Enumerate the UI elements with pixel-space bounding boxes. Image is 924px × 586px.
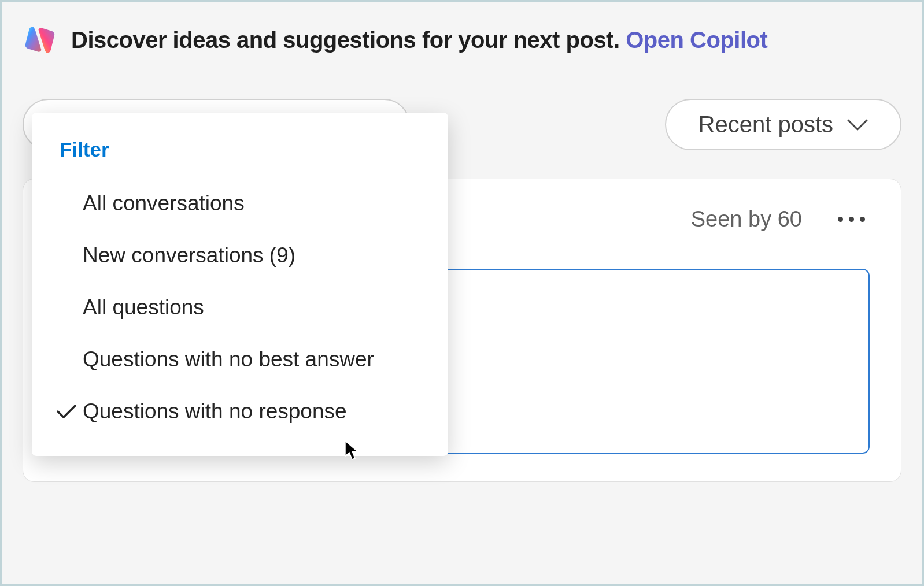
check-slot — [50, 403, 83, 420]
filter-option-no-best-answer[interactable]: Questions with no best answer — [32, 333, 448, 385]
copilot-banner: Discover ideas and suggestions for your … — [2, 2, 922, 64]
filter-option-all-conversations[interactable]: All conversations — [32, 177, 448, 229]
dropdown-header: Filter — [32, 133, 448, 177]
more-options-button[interactable] — [833, 212, 870, 227]
feed-toolbar: Questions with no response Recent posts … — [2, 64, 922, 150]
filter-option-new-conversations[interactable]: New conversations (9) — [32, 229, 448, 281]
copilot-logo-icon — [23, 23, 57, 57]
banner-text-static: Discover ideas and suggestions for your … — [71, 27, 626, 53]
dropdown-item-label: Questions with no response — [83, 399, 347, 424]
sort-dropdown-button[interactable]: Recent posts — [665, 99, 901, 150]
open-copilot-link[interactable]: Open Copilot — [626, 27, 767, 53]
dropdown-item-label: All questions — [83, 295, 204, 320]
banner-text: Discover ideas and suggestions for your … — [71, 27, 767, 53]
filter-option-all-questions[interactable]: All questions — [32, 281, 448, 333]
dropdown-item-label: Questions with no best answer — [83, 347, 374, 372]
filter-option-no-response[interactable]: Questions with no response — [32, 385, 448, 437]
filter-dropdown-menu: Filter All conversations New conversatio… — [32, 113, 448, 456]
dropdown-item-label: All conversations — [83, 191, 245, 216]
chevron-down-icon — [847, 118, 868, 131]
dropdown-item-label: New conversations (9) — [83, 243, 295, 268]
check-icon — [56, 403, 77, 420]
seen-by-count[interactable]: Seen by 60 — [691, 207, 802, 232]
sort-dropdown-label: Recent posts — [698, 112, 833, 138]
